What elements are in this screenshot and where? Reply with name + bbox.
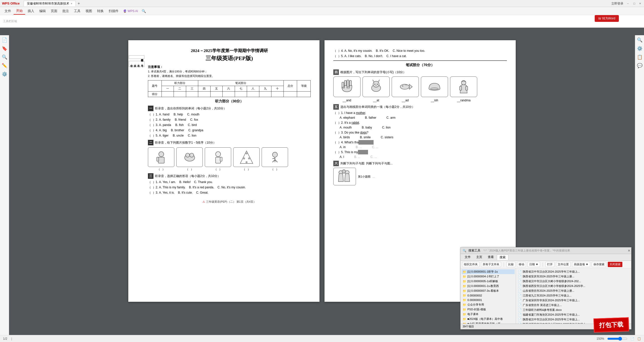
document-tab[interactable]: 安徽省蚌埠市蚌埠市第高新技术 × <box>24 1 75 6</box>
result-item-9[interactable]: 📄三年级听力材料&参考答案.docx <box>517 308 630 312</box>
menu-start[interactable]: 开始 <box>14 8 25 15</box>
file-item-7[interactable]: 📁0.00000001 <box>462 298 515 302</box>
right-sidebar-icon-3[interactable]: 📋 <box>637 54 642 60</box>
part6-desc2: 判断下列句子与图... <box>366 161 393 166</box>
menu-insert[interactable]: 插入 <box>25 8 37 14</box>
menu-page[interactable]: 页面 <box>48 8 60 14</box>
minimize-button[interactable]: － <box>625 2 630 6</box>
menu-scan[interactable]: 扫描件 <box>106 8 121 14</box>
maximize-button[interactable]: □ <box>632 2 636 5</box>
result-icon-9: 📄 <box>518 308 522 312</box>
btn-date[interactable]: 日期 ▼ <box>528 262 540 267</box>
result-item-5[interactable]: 📄山东省营坊市2024-2025学年三年级上册... <box>517 288 630 293</box>
search-popup: 🔍 搜索工具 *-*「2024版人教PEP英语三年级上册名校期中卷+答案」*中的… <box>460 247 631 329</box>
svg-rect-2 <box>157 157 159 161</box>
sidebar-icon-1[interactable]: 📄 <box>2 37 7 43</box>
right-sidebar-icon-2[interactable]: ⚙️ <box>637 46 642 51</box>
part4-desc: 根据图片，写出下列单词的首字母(小写)（10分） <box>340 70 406 74</box>
right-sidebar-icon-4[interactable]: 💬 <box>637 63 642 68</box>
menu-view[interactable]: 视图 <box>83 8 95 14</box>
btn-move[interactable]: 移动 <box>517 262 526 267</box>
result-item-4[interactable]: 📄陕西省西安市汉台区大树小学校联参2024-2025学... <box>517 284 630 288</box>
folder-icon-8: 📁 <box>463 303 466 307</box>
btn-subfolders[interactable]: 所有子文件夹 <box>481 262 501 267</box>
menu-file[interactable]: 文件 <box>2 8 14 14</box>
result-item-8[interactable]: 📄广东省营坊市 英语进三年级上... <box>517 303 630 308</box>
p3c-q5: （ ）5. A. I like cats. B. No, I don't. C.… <box>333 54 507 58</box>
p5q4-obscured: ... <box>358 140 374 145</box>
result-item-1[interactable]: 📄陕西省汉中市汉台区2024-2025学年三年级上... <box>517 269 630 274</box>
btn-open[interactable]: 打开 <box>545 262 554 267</box>
popup-tab-view[interactable]: 查看 <box>485 254 496 260</box>
new-tab-btn[interactable]: + <box>76 1 82 6</box>
sidebar-icon-2[interactable]: 🔖 <box>2 46 7 51</box>
svg-rect-7 <box>216 157 221 163</box>
file-item-8[interactable]: 📁公众分享专用 <box>462 302 515 307</box>
file-item-1[interactable]: 📁[1] 0.00000001-1听学-1s <box>462 269 515 274</box>
part3-q1: （ ）1. A. Yes, I am. B. Hello! C. Thank y… <box>148 180 311 184</box>
file-item-6[interactable]: 📁0.00000002 <box>462 293 515 298</box>
file-item-5[interactable]: 📁[1] 0.00000007-3s-看板本 <box>462 288 515 293</box>
close-window-button[interactable]: × <box>638 2 642 5</box>
folder-icon-11: 📁 <box>463 317 466 321</box>
statusbar-placeholder: | <box>11 337 12 340</box>
popup-tab-file[interactable]: 文件 <box>462 254 473 260</box>
result-item-10[interactable]: 📄福建省厦门市海沧区2024-2025学年三年级上... <box>517 312 630 317</box>
file-item-4[interactable]: 📁[1] 0.00000001-1s-数育西 <box>462 284 515 288</box>
file-item-label-5: [1] 0.00000007-3s-看板本 <box>467 289 499 293</box>
part4-images: and at ad <box>333 76 507 102</box>
login-button[interactable]: 立即登录 <box>611 2 623 6</box>
file-item-2[interactable]: 📁[1] 0.00000004-1书打上了 <box>462 274 515 279</box>
result-item-6[interactable]: 📄江西省九江市2024-2025学年三年级上... <box>517 293 630 298</box>
img-item-4: （ ） <box>233 147 260 171</box>
file-item-11[interactable]: 📁■2024版（电子课本）高中卷 <box>462 317 515 321</box>
zoom-slider[interactable] <box>607 337 627 341</box>
btn-advanced[interactable]: 高级选项 ▼ <box>572 262 590 267</box>
popup-body: 📁[1] 0.00000001-1听学-1s 📁[1] 0.00000004-1… <box>461 268 631 324</box>
file-item-3[interactable]: 📁[1] 0.00000005-1s听解板 <box>462 279 515 284</box>
popup-tab-search[interactable]: 搜索 <box>497 254 508 260</box>
result-item-7[interactable]: 📄广东省深圳市华东区2024-2025学年三年级上... <box>517 298 630 303</box>
menu-wps-ai[interactable]: 🔮 WPS AI <box>121 9 140 14</box>
btn-file-loc[interactable]: 文件位置 <box>556 262 571 267</box>
exam-subtitle: 三年级英语(PEP版) <box>148 55 311 62</box>
menu-tools[interactable]: 工具 <box>71 8 83 14</box>
part3-questions: （ ）1. A. Yes, I am. B. Hello! C. Thank y… <box>148 180 311 195</box>
file-item-12[interactable]: 📁■小玛 英语课本电子版（书 <box>462 321 515 324</box>
view-btn-2[interactable]: 📋 <box>637 337 641 340</box>
menu-convert[interactable]: 转换 <box>95 8 106 14</box>
sidebar-icon-5[interactable]: ⚙️ <box>2 71 7 77</box>
sidebar-icon-4[interactable]: ✏️ <box>2 63 7 68</box>
btn-save-search[interactable]: 保存搜索 <box>592 262 606 267</box>
search-button[interactable]: 🔍 <box>140 8 147 14</box>
convert-to-word-btn[interactable]: W 转为Word <box>595 15 619 22</box>
view-btn-1[interactable]: 📄 <box>630 337 634 340</box>
menu-comment[interactable]: 批注 <box>60 8 71 14</box>
btn-compare[interactable]: 比较 <box>506 262 515 267</box>
file-item-label-6: 0.00000002 <box>467 294 482 297</box>
img-box-3 <box>205 147 231 167</box>
right-sidebar-icon-1[interactable]: 🔍 <box>637 37 642 43</box>
popup-tab-home[interactable]: 主页 <box>474 254 485 260</box>
part1-num-box: 一 <box>148 106 153 111</box>
download-banner[interactable]: 打包下载 <box>593 317 629 333</box>
pic-box-fish <box>392 76 419 97</box>
tab-close-btn[interactable]: × <box>71 2 72 5</box>
popup-icon: 🔍 <box>463 249 466 252</box>
file-item-9[interactable]: 📁PSD-封面-模板 <box>462 307 515 312</box>
svg-point-4 <box>186 153 190 157</box>
sidebar-icon-3[interactable]: 🔍 <box>2 54 7 60</box>
download-text: 打包下载 <box>599 321 624 328</box>
file-item-10[interactable]: 📁电子课本 <box>462 312 515 317</box>
s7 <box>235 92 247 97</box>
result-item-3[interactable]: 📄陕西省汉中市汉台区大树小学校联参2024-202... <box>517 279 630 284</box>
exam-title: 2024－2025学年度第一学期期中学情调研 <box>148 48 311 54</box>
btn-close-search[interactable]: 关闭搜索 <box>608 262 622 267</box>
btn-organize[interactable]: 组织文件夹 <box>462 262 479 267</box>
result-item-2[interactable]: 📄陕西省安庆市2024-2025学年三年级上册... <box>517 274 630 279</box>
part3-continued: （ ）4. A. No, it's my cousin. B. It's OK.… <box>333 49 507 58</box>
popup-close-btn[interactable]: × <box>628 248 630 253</box>
s6 <box>223 92 235 97</box>
col-listen: 听力部分 <box>162 80 198 86</box>
menu-edit[interactable]: 编辑 <box>37 8 48 14</box>
